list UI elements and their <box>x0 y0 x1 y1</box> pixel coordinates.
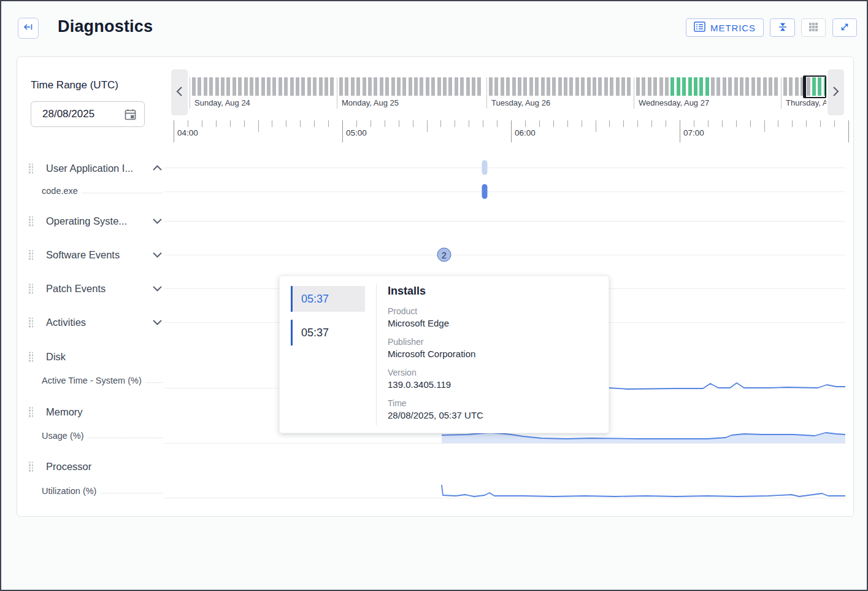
activity-bar <box>547 77 550 96</box>
drag-handle-icon[interactable] <box>29 216 33 226</box>
row-label: Activities <box>46 317 148 328</box>
activity-bar <box>506 77 510 96</box>
event-marker[interactable] <box>482 160 488 175</box>
ruler-tick <box>694 120 694 127</box>
activity-bar <box>769 77 772 96</box>
activity-bar <box>598 77 602 96</box>
chevron-down-icon[interactable] <box>152 285 163 292</box>
activity-bar <box>494 77 498 96</box>
tooltip-field-label: Product <box>388 306 599 316</box>
drag-handle-icon[interactable] <box>29 163 33 173</box>
activity-bar <box>284 77 288 96</box>
activity-bar <box>420 77 423 96</box>
activity-bar <box>368 77 372 96</box>
tooltip-field-label: Publisher <box>388 337 599 347</box>
date-input[interactable] <box>41 102 115 126</box>
timeline-next-button[interactable] <box>828 69 844 115</box>
activity-bar <box>621 77 625 96</box>
list-details-icon <box>694 21 705 34</box>
activity-bars <box>190 77 337 96</box>
ruler-tick <box>427 120 428 132</box>
activity-bar <box>267 77 271 96</box>
day-label: Wednesday, Aug 27 <box>634 96 781 107</box>
activity-bar <box>763 77 767 96</box>
collapse-panels-button[interactable] <box>770 18 795 37</box>
row-label: code.exe <box>42 186 78 196</box>
tooltip-field-value: Microsoft Edge <box>388 318 599 328</box>
activity-bar <box>385 77 389 96</box>
row-label: Utilization (%) <box>42 486 96 496</box>
ruler-tick <box>623 120 624 127</box>
activity-bar <box>192 77 196 96</box>
ruler-tick <box>314 120 315 127</box>
activity-bar <box>409 77 412 96</box>
activity-bar-active <box>699 77 703 96</box>
chevron-down-icon[interactable] <box>152 319 163 326</box>
ruler-tick <box>750 120 751 127</box>
activity-bar <box>740 77 743 96</box>
activity-bars <box>634 77 781 96</box>
sidebar-group-row: User Application I... <box>29 163 163 174</box>
drag-handle-icon[interactable] <box>29 352 33 361</box>
ruler-tick <box>680 120 680 142</box>
chevron-up-icon[interactable] <box>152 165 163 172</box>
fullscreen-button[interactable] <box>832 18 857 37</box>
chevron-down-icon[interactable] <box>152 218 163 225</box>
ruler-tick <box>328 120 329 127</box>
activity-bar <box>448 77 452 96</box>
activity-bar <box>397 77 401 96</box>
activity-bar <box>711 77 715 96</box>
ruler-tick <box>582 120 582 127</box>
activity-bars <box>487 77 634 96</box>
ruler-tick <box>272 120 272 127</box>
ruler-tick <box>216 120 217 127</box>
activity-bar <box>391 77 395 96</box>
drag-handle-icon[interactable] <box>29 250 33 260</box>
timeline-prev-button[interactable] <box>171 69 188 115</box>
day-sections: Sunday, Aug 24Monday, Aug 25Tuesday, Aug… <box>190 77 826 109</box>
calendar-icon[interactable] <box>124 108 137 123</box>
dotted-leader <box>101 493 163 493</box>
timeline-selection-box[interactable] <box>803 75 826 98</box>
activity-bar <box>587 77 591 96</box>
time-range-label: Time Range (UTC) <box>31 79 118 91</box>
activity-bar <box>278 77 282 96</box>
ruler-tick <box>413 120 413 127</box>
activity-bar <box>734 77 738 96</box>
tooltip-time-entry[interactable]: 05:37 <box>291 286 365 312</box>
tooltip-field: PublisherMicrosoft Corporation <box>388 337 599 359</box>
day-section: Tuesday, Aug 26 <box>486 77 634 109</box>
back-button[interactable] <box>18 18 39 39</box>
metrics-button[interactable]: METRICS <box>686 18 764 37</box>
row-label: User Application I... <box>46 163 148 174</box>
activity-bar <box>198 77 201 96</box>
drag-handle-icon[interactable] <box>29 317 33 327</box>
row-label: Disk <box>46 351 163 363</box>
row-baseline <box>164 191 845 192</box>
ruler-tick <box>356 120 357 127</box>
event-cluster-badge[interactable]: 2 <box>437 248 451 262</box>
drag-handle-icon[interactable] <box>29 407 33 417</box>
sidebar-group-row: Operating Syste... <box>29 215 163 227</box>
drag-handle-icon[interactable] <box>29 284 33 293</box>
date-picker[interactable] <box>31 101 145 127</box>
activity-bar <box>642 77 645 96</box>
activity-bar <box>529 77 533 96</box>
row-baseline <box>164 221 845 222</box>
activity-bar <box>232 77 236 96</box>
activity-bar <box>460 77 464 96</box>
ruler-tick <box>244 120 245 127</box>
activity-bar <box>604 77 608 96</box>
activity-bar <box>339 77 343 96</box>
hour-label: 07:00 <box>683 128 704 137</box>
activity-bar <box>307 77 311 96</box>
chevron-down-icon[interactable] <box>152 252 163 258</box>
activity-bar <box>472 77 475 96</box>
tooltip-time-entry[interactable]: 05:37 <box>291 320 365 346</box>
sidebar-metric-row: Active Time - System (%) <box>42 376 163 385</box>
activity-bar-active <box>682 77 686 96</box>
ruler-tick <box>525 120 526 127</box>
event-marker[interactable] <box>482 184 488 199</box>
activity-bar <box>795 77 799 96</box>
drag-handle-icon[interactable] <box>29 462 33 471</box>
